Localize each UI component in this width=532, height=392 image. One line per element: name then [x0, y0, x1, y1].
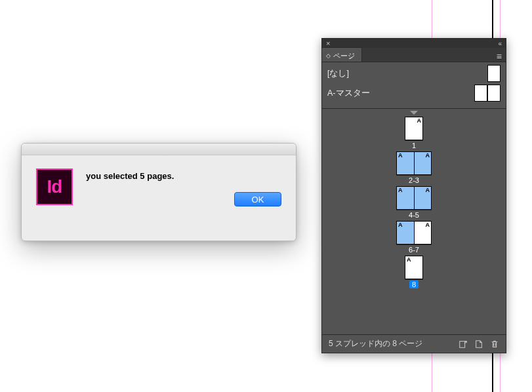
page-thumb[interactable]: A — [405, 117, 422, 140]
spread-pages[interactable]: A — [405, 256, 423, 279]
master-thumb-spread[interactable] — [474, 85, 501, 102]
panel-menu-icon[interactable]: ≡ — [493, 49, 506, 62]
master-indicator: A — [398, 152, 403, 159]
pages-panel: × « ◇ ページ ≡ [なし] A-マスター A1AA2-3AA4-5AA6-… — [321, 38, 506, 353]
dialog-titlebar[interactable] — [22, 144, 296, 155]
page-thumb[interactable]: A — [405, 256, 422, 279]
master-indicator: A — [426, 222, 430, 228]
page-thumb[interactable]: A — [397, 187, 414, 209]
spread[interactable]: AA6-7 — [396, 221, 432, 254]
master-indicator: A — [398, 187, 403, 193]
master-thumb[interactable] — [487, 65, 501, 82]
page-thumb[interactable]: A — [397, 222, 414, 244]
master-indicator: A — [407, 256, 411, 263]
master-indicator: A — [426, 152, 430, 159]
spread[interactable]: AA4-5 — [396, 186, 432, 219]
master-indicator: A — [426, 187, 430, 193]
spread[interactable]: A1 — [405, 117, 423, 149]
app-icon-text: Id — [47, 176, 62, 197]
spread[interactable]: AA2-3 — [396, 151, 432, 184]
master-label: A-マスター — [327, 88, 370, 99]
tab-label: ページ — [333, 51, 355, 61]
dialog-actions: OK — [234, 192, 281, 206]
spread-pages[interactable]: AA — [396, 151, 432, 175]
collapse-icon[interactable]: « — [497, 40, 503, 47]
spread-label[interactable]: 2-3 — [409, 176, 419, 184]
dialog-body: Id you selected 5 pages. OK — [22, 155, 296, 216]
master-row-a[interactable]: A-マスター — [327, 83, 501, 103]
new-page-icon[interactable] — [474, 340, 483, 349]
panel-footer: 5 スプレッド内の 8 ページ — [322, 334, 506, 353]
panel-top-bar[interactable]: × « — [322, 39, 506, 48]
page-thumb[interactable]: A — [397, 152, 414, 174]
edit-page-size-icon[interactable] — [459, 340, 468, 349]
spread[interactable]: A8 — [405, 256, 423, 288]
page-thumbnails-area[interactable]: A1AA2-3AA4-5AA6-7A8 — [322, 109, 506, 334]
panel-tabbar: ◇ ページ ≡ — [322, 48, 506, 62]
spread-label[interactable]: 1 — [412, 142, 416, 149]
spread-pages[interactable]: A — [405, 117, 423, 140]
spread-label[interactable]: 4-5 — [409, 211, 419, 219]
alert-dialog: Id you selected 5 pages. OK — [21, 143, 297, 241]
spread-pages[interactable]: AA — [396, 221, 432, 245]
page-thumb[interactable]: A — [414, 187, 431, 209]
dialog-message: you selected 5 pages. — [86, 168, 174, 205]
master-pages-section: [なし] A-マスター — [322, 62, 506, 109]
expand-indicator-icon: ◇ — [326, 53, 331, 59]
spread-drop-indicator-icon — [407, 111, 420, 115]
spread-label[interactable]: 8 — [409, 281, 419, 288]
master-indicator: A — [398, 222, 403, 228]
spread-pages[interactable]: AA — [396, 186, 432, 210]
tab-pages[interactable]: ◇ ページ — [322, 47, 362, 62]
footer-status-text: 5 スプレッド内の 8 ページ — [329, 338, 452, 349]
svg-rect-0 — [460, 341, 465, 347]
spread-label[interactable]: 6-7 — [409, 246, 419, 254]
master-label: [なし] — [327, 68, 349, 79]
master-row-none[interactable]: [なし] — [327, 64, 501, 83]
ok-button[interactable]: OK — [234, 192, 281, 206]
master-indicator: A — [417, 117, 422, 124]
indesign-app-icon: Id — [36, 168, 73, 205]
close-icon[interactable]: × — [325, 39, 331, 47]
page-thumb[interactable]: A — [414, 222, 431, 244]
page-thumb[interactable]: A — [414, 152, 431, 174]
delete-page-icon[interactable] — [490, 340, 499, 349]
